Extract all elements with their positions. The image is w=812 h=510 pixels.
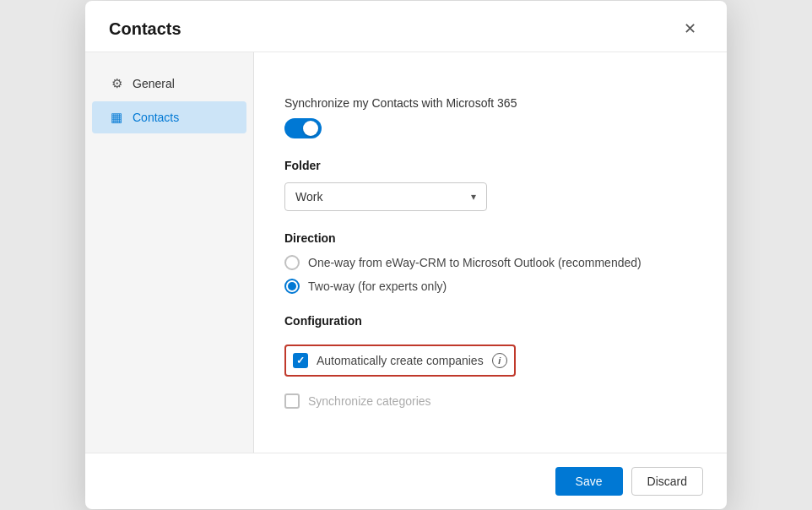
- folder-label: Folder: [284, 159, 696, 172]
- sync-label: Synchronize my Contacts with Microsoft 3…: [284, 96, 696, 110]
- sidebar-item-general-label: General: [133, 77, 175, 90]
- save-button[interactable]: Save: [555, 467, 623, 496]
- folder-selected-value: Work: [295, 190, 322, 203]
- sidebar-item-general[interactable]: ⚙ General: [92, 68, 246, 100]
- auto-companies-checkbox[interactable]: ✓: [293, 353, 308, 368]
- sync-categories-checkbox[interactable]: [284, 393, 300, 409]
- sidebar-item-contacts-label: Contacts: [133, 111, 179, 124]
- contacts-icon: ▦: [109, 110, 124, 125]
- dialog-title: Contacts: [109, 19, 181, 39]
- radio-one-way-label: One-way from eWay-CRM to Microsoft Outlo…: [308, 256, 641, 269]
- info-icon[interactable]: i: [492, 353, 507, 368]
- sync-toggle[interactable]: [284, 118, 322, 138]
- checkmark-icon: ✓: [296, 355, 305, 366]
- toggle-container: [284, 118, 696, 138]
- radio-dot-two-way: [288, 282, 296, 290]
- toggle-track: [284, 118, 322, 138]
- direction-section: Direction One-way from eWay-CRM to Micro…: [284, 231, 696, 294]
- toggle-thumb: [303, 121, 318, 136]
- sidebar-item-contacts[interactable]: ▦ Contacts: [92, 101, 246, 133]
- auto-companies-checkbox-item[interactable]: ✓ Automatically create companies: [293, 350, 484, 372]
- close-button[interactable]: ✕: [677, 18, 703, 40]
- radio-group: One-way from eWay-CRM to Microsoft Outlo…: [284, 255, 696, 294]
- radio-two-way[interactable]: Two-way (for experts only): [284, 279, 696, 294]
- auto-companies-row: ✓ Automatically create companies i: [284, 338, 696, 383]
- auto-companies-label: Automatically create companies: [317, 354, 484, 367]
- sync-section: Synchronize my Contacts with Microsoft 3…: [284, 96, 696, 138]
- main-content: Synchronize my Contacts with Microsoft 3…: [254, 52, 727, 453]
- sidebar: ⚙ General ▦ Contacts: [85, 52, 254, 453]
- discard-button[interactable]: Discard: [631, 467, 703, 496]
- chevron-down-icon: ▾: [471, 191, 476, 203]
- radio-two-way-label: Two-way (for experts only): [308, 279, 447, 293]
- folder-dropdown[interactable]: Work ▾: [284, 182, 487, 211]
- radio-circle-two-way: [284, 279, 300, 294]
- content-area: Synchronize my Contacts with Microsoft 3…: [284, 76, 696, 432]
- dialog-body: ⚙ General ▦ Contacts Synchronize my Cont…: [85, 52, 727, 453]
- settings-dialog: Contacts ✕ ⚙ General ▦ Contacts Synchron…: [85, 1, 727, 509]
- dialog-header: Contacts ✕: [85, 1, 727, 52]
- radio-circle-one-way: [284, 255, 300, 270]
- config-label: Configuration: [284, 314, 696, 328]
- direction-label: Direction: [284, 231, 696, 245]
- config-section: Configuration ✓ Automatically create com…: [284, 314, 696, 412]
- folder-section: Folder Work ▾: [284, 159, 696, 211]
- gear-icon: ⚙: [109, 76, 124, 91]
- radio-one-way[interactable]: One-way from eWay-CRM to Microsoft Outlo…: [284, 255, 696, 270]
- sync-categories-label: Synchronize categories: [308, 394, 431, 408]
- sync-categories-row[interactable]: Synchronize categories: [284, 390, 696, 412]
- auto-companies-highlighted: ✓ Automatically create companies i: [284, 345, 516, 377]
- dialog-footer: Save Discard: [85, 453, 727, 509]
